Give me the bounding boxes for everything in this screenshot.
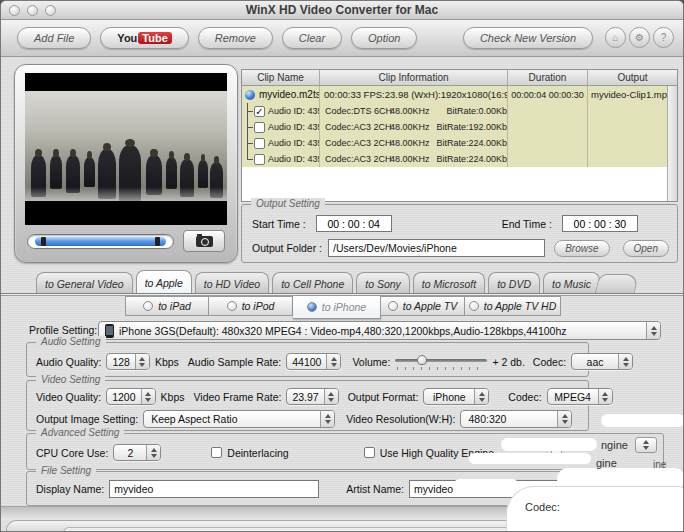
profile-setting-dropdown[interactable]: iPhone 3GS(Default): 480x320 MPEG4 : Vid… <box>98 321 661 340</box>
stepper-arrows-icon[interactable] <box>646 322 660 339</box>
video-quality-label: Video Quality: <box>36 391 101 403</box>
table-row[interactable]: Audio ID: 4355 Codec:AC3 2CH48.00KHzBitR… <box>242 151 677 167</box>
output-folder-input[interactable] <box>328 239 545 257</box>
tab-to-music[interactable]: to Music <box>543 272 600 294</box>
audio-track-label: Audio ID: 4354 <box>268 138 320 148</box>
clear-button[interactable]: Clear <box>282 27 342 49</box>
column-header-clip-name[interactable]: Clip Name <box>242 70 320 85</box>
column-header-output[interactable]: Output <box>588 70 677 85</box>
high-quality-engine-checkbox[interactable] <box>364 447 375 458</box>
deinterlacing-checkbox[interactable] <box>211 447 222 458</box>
stepper-arrows-icon[interactable] <box>141 389 155 404</box>
audio-track-checkbox[interactable] <box>254 154 265 165</box>
table-row[interactable]: Audio ID: 4354 Codec:AC3 2CH48.00KHzBitR… <box>242 135 677 151</box>
video-codec-label: Codec: <box>508 391 541 403</box>
audio-track-checkbox[interactable] <box>254 122 265 133</box>
tools-button[interactable]: ⚙ <box>629 27 650 48</box>
figure-silhouette <box>166 157 177 189</box>
video-resolution-dropdown[interactable]: 480:320 <box>460 410 572 428</box>
advanced-setting-legend: Advanced Setting <box>36 427 124 439</box>
tab-to-general-video[interactable]: to General Video <box>36 272 133 294</box>
subtab-to-ipod[interactable]: to iPod <box>209 296 293 316</box>
tab-to-microsoft[interactable]: to Microsoft <box>413 272 485 294</box>
volume-slider-thumb[interactable] <box>417 355 427 365</box>
tab-to-cell-phone[interactable]: to Cell Phone <box>272 272 353 294</box>
output-format-stepper[interactable]: iPhone <box>423 388 489 405</box>
audio-codec: Codec:AC3 2CH <box>320 138 390 148</box>
stepper-arrows-icon[interactable] <box>135 354 149 369</box>
audio-sample-rate-stepper[interactable]: 44100 <box>286 353 341 370</box>
white-artifact <box>469 453 591 464</box>
radio-icon <box>227 301 237 311</box>
add-file-label: Add File <box>34 32 74 44</box>
start-time-field[interactable]: 00 : 00 : 04 <box>316 215 392 232</box>
table-scrollbar[interactable] <box>667 86 677 201</box>
stepper-arrows-icon[interactable] <box>474 389 488 404</box>
subtab-label: to iPhone <box>322 301 366 313</box>
column-header-clip-information[interactable]: Clip Information <box>320 70 508 85</box>
end-time-field[interactable]: 00 : 00 : 30 <box>562 215 638 232</box>
table-row[interactable]: ✓Audio ID: 4352 Codec:DTS 6CH48.00KHzBit… <box>242 103 677 119</box>
stepper-arrows-icon[interactable] <box>557 411 571 427</box>
column-header-duration[interactable]: Duration <box>508 70 588 85</box>
stepper-arrows-icon[interactable] <box>146 445 160 460</box>
display-name-input[interactable] <box>109 480 319 498</box>
trim-end-handle[interactable] <box>155 237 160 246</box>
figure-silhouette <box>66 155 80 193</box>
audio-quality-stepper[interactable]: 128 <box>106 353 150 370</box>
radio-selected-icon <box>307 302 317 312</box>
trim-start-handle[interactable] <box>41 237 46 246</box>
subtab-label: to Apple TV HD <box>484 300 557 312</box>
toolbar: Add File YouTube Remove Clear Option Che… <box>1 20 683 57</box>
video-frame <box>25 91 227 201</box>
help-button[interactable]: ? <box>653 27 674 48</box>
toolbar-buttons: Add File YouTube Remove Clear Option <box>17 27 417 49</box>
stepper-arrows-icon[interactable] <box>324 389 338 404</box>
audio-track-checkbox[interactable] <box>254 138 265 149</box>
video-codec-stepper[interactable]: MPEG4 <box>547 388 613 405</box>
close-button[interactable] <box>9 5 20 16</box>
output-setting-group: Output Setting Start Time : 00 : 00 : 04… <box>241 204 678 263</box>
stepper-arrows-icon[interactable] <box>598 389 612 404</box>
check-new-version-button[interactable]: Check New Version <box>463 27 593 49</box>
snapshot-button[interactable] <box>183 230 225 252</box>
remove-button[interactable]: Remove <box>198 27 273 49</box>
home-icon: ⌂ <box>612 32 618 43</box>
output-image-setting-label: Output Image Setting: <box>36 413 138 425</box>
subtab-to-iphone[interactable]: to iPhone <box>293 295 381 319</box>
youtube-button[interactable]: YouTube <box>100 27 188 49</box>
video-frame-rate-stepper[interactable]: 23.97 <box>286 388 338 405</box>
table-row[interactable]: Audio ID: 4353 Codec:AC3 2CH48.00KHzBitR… <box>242 119 677 135</box>
video-resolution-label: Video Resolution(W:H): <box>346 413 455 425</box>
cpu-core-stepper[interactable]: 2 <box>113 444 161 461</box>
subtab-to-ipad[interactable]: to iPad <box>125 296 209 316</box>
open-button[interactable]: Open <box>623 240 669 257</box>
stepper-arrows-icon[interactable] <box>618 354 632 369</box>
figure-silhouette <box>98 149 116 199</box>
minimize-button[interactable] <box>27 5 38 16</box>
youtube-icon: You <box>117 32 137 44</box>
subtab-to-apple-tv-hd[interactable]: to Apple TV HD <box>465 296 561 316</box>
browse-button[interactable]: Browse <box>554 240 609 257</box>
help-icon: ? <box>661 32 667 43</box>
output-image-setting-dropdown[interactable]: Keep Aspect Ratio <box>143 410 335 428</box>
add-file-button[interactable]: Add File <box>17 27 91 49</box>
stepper-arrows-icon[interactable] <box>326 354 340 369</box>
tab-to-sony[interactable]: to Sony <box>356 272 410 294</box>
subtab-to-apple-tv[interactable]: to Apple TV <box>381 296 465 316</box>
deinterlacing-label: Deinterlacing <box>227 447 288 459</box>
tab-to-dvd[interactable]: to DVD <box>488 272 540 294</box>
tab-to-apple[interactable]: to Apple <box>136 270 192 294</box>
figure-silhouette <box>119 145 141 201</box>
volume-slider[interactable] <box>395 355 487 369</box>
zoom-button[interactable] <box>45 5 56 16</box>
stepper-arrows-icon[interactable] <box>320 411 334 427</box>
table-row[interactable]: myvideo.m2ts 00:00:33 FPS:23.98 (WxH):19… <box>242 86 677 103</box>
home-button[interactable]: ⌂ <box>605 27 626 48</box>
audio-track-checkbox[interactable]: ✓ <box>254 106 265 117</box>
audio-codec-stepper[interactable]: aac <box>571 353 633 370</box>
trim-slider[interactable] <box>27 234 174 249</box>
tab-to-hd-video[interactable]: to HD Video <box>195 272 269 294</box>
video-quality-stepper[interactable]: 1200 <box>106 388 155 405</box>
option-button[interactable]: Option <box>351 27 417 49</box>
